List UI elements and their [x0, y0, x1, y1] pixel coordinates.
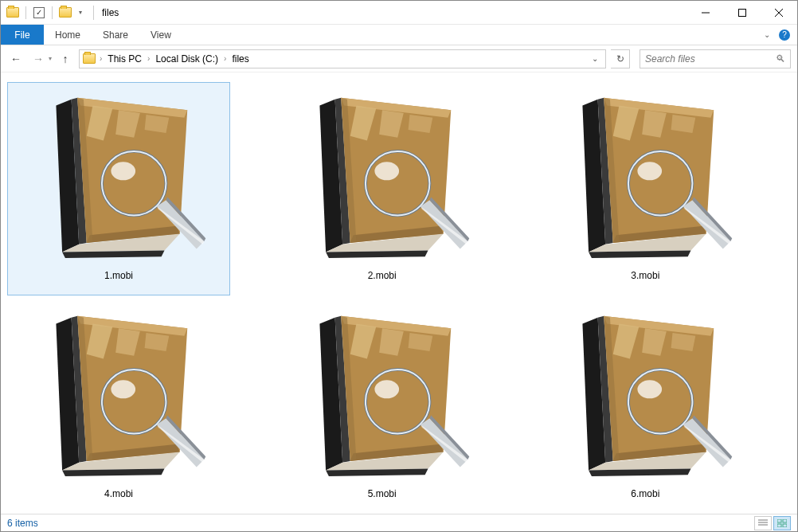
- svg-rect-10: [783, 524, 787, 527]
- navbar: ← → ▾ ↑ › This PC › Local Disk (C:) › fi…: [1, 45, 797, 72]
- quick-access-toolbar: ✓ ▾ files: [1, 6, 119, 20]
- tab-home[interactable]: Home: [44, 25, 92, 45]
- file-item[interactable]: 5.mobi: [271, 300, 494, 514]
- status-bar: 6 items: [1, 514, 797, 531]
- book-search-icon: [291, 92, 474, 264]
- book-search-icon: [27, 92, 210, 264]
- book-search-icon: [27, 310, 210, 482]
- folder-icon: [6, 6, 20, 20]
- svg-rect-1: [739, 9, 746, 16]
- help-button[interactable]: ?: [776, 25, 792, 45]
- file-tab[interactable]: File: [1, 25, 44, 45]
- svg-rect-7: [777, 519, 781, 522]
- book-search-icon: [554, 310, 737, 482]
- thumbnails-icon: [777, 519, 787, 527]
- folder-icon: [58, 6, 72, 20]
- help-icon: ?: [779, 29, 790, 41]
- qat-dropdown[interactable]: ▾: [79, 9, 82, 16]
- svg-rect-8: [783, 519, 787, 522]
- file-thumbnail: [550, 306, 741, 485]
- search-icon: 🔍︎: [776, 53, 785, 65]
- details-view-button[interactable]: [754, 516, 772, 530]
- chevron-right-icon[interactable]: ›: [96, 54, 105, 63]
- file-item[interactable]: 4.mobi: [7, 300, 230, 514]
- history-dropdown[interactable]: ▾: [49, 55, 52, 62]
- item-count: 6 items: [7, 518, 38, 529]
- ribbon-collapse[interactable]: ⌄: [764, 25, 770, 45]
- search-input[interactable]: [645, 53, 776, 65]
- thumbnails-view-button[interactable]: [773, 516, 791, 530]
- back-button[interactable]: ←: [7, 50, 25, 68]
- file-thumbnail: [287, 306, 478, 485]
- address-bar[interactable]: › This PC › Local Disk (C:) › files ⌄: [79, 49, 606, 68]
- close-icon: [775, 9, 783, 17]
- ribbon-tabs: File Home Share View ⌄ ?: [1, 25, 797, 45]
- file-item[interactable]: 1.mobi: [7, 82, 230, 295]
- file-list-view[interactable]: 1.mobi2.mobi3.mobi4.mobi5.mobi6.mobi: [1, 74, 797, 514]
- file-thumbnail: [23, 88, 214, 267]
- close-button[interactable]: [761, 1, 797, 25]
- folder-icon: [82, 52, 96, 66]
- file-thumbnail: [23, 306, 214, 485]
- forward-button[interactable]: →: [29, 50, 47, 68]
- file-label: 6.mobi: [631, 488, 659, 499]
- search-box[interactable]: 🔍︎: [640, 49, 791, 68]
- separator: [52, 6, 53, 19]
- maximize-button[interactable]: [724, 1, 761, 25]
- file-label: 2.mobi: [368, 270, 397, 281]
- file-item[interactable]: 6.mobi: [534, 300, 757, 514]
- separator: [93, 6, 94, 20]
- details-icon: [758, 519, 768, 527]
- minimize-button[interactable]: [687, 1, 724, 25]
- breadcrumb-files[interactable]: files: [229, 52, 251, 66]
- refresh-button[interactable]: ↻: [611, 49, 630, 68]
- titlebar: ✓ ▾ files: [1, 1, 797, 25]
- book-search-icon: [291, 310, 474, 482]
- up-button[interactable]: ↑: [57, 50, 74, 68]
- svg-rect-9: [777, 524, 781, 527]
- file-label: 5.mobi: [368, 488, 397, 499]
- separator: [25, 6, 26, 19]
- window-title: files: [102, 7, 119, 18]
- file-thumbnail: [550, 88, 741, 267]
- maximize-icon: [738, 9, 746, 17]
- chevron-right-icon[interactable]: ›: [221, 54, 229, 63]
- tab-view[interactable]: View: [139, 25, 182, 45]
- file-item[interactable]: 3.mobi: [534, 82, 757, 295]
- minimize-icon: [702, 9, 710, 17]
- breadcrumb-local-disk[interactable]: Local Disk (C:): [153, 52, 221, 66]
- file-label: 4.mobi: [104, 488, 133, 499]
- chevron-right-icon[interactable]: ›: [144, 54, 153, 63]
- file-label: 3.mobi: [631, 270, 659, 281]
- properties-button[interactable]: ✓: [32, 6, 46, 20]
- breadcrumb-this-pc[interactable]: This PC: [105, 52, 144, 66]
- file-label: 1.mobi: [104, 270, 133, 281]
- file-item[interactable]: 2.mobi: [271, 82, 494, 295]
- tab-share[interactable]: Share: [92, 25, 139, 45]
- address-dropdown[interactable]: ⌄: [587, 54, 603, 63]
- file-thumbnail: [287, 88, 478, 267]
- book-search-icon: [554, 92, 737, 264]
- view-mode-switch: [754, 516, 791, 530]
